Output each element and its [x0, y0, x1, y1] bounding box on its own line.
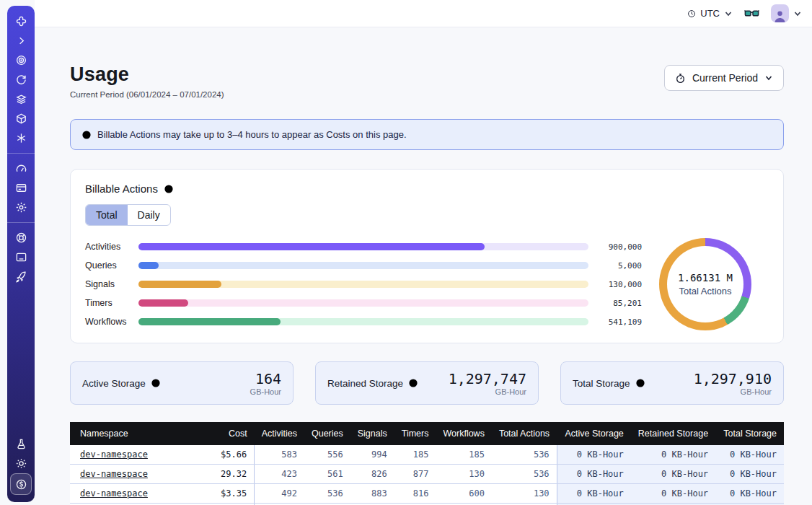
release-notes-icon[interactable] [10, 247, 32, 267]
metric-cell: 816 [394, 484, 436, 504]
table-row: dev-namespace29.324235618268771305360 KB… [70, 465, 784, 484]
namespace-link[interactable]: dev-namespace [80, 469, 148, 479]
namespace-cell: dev-namespace [70, 445, 206, 465]
bar-value: 900,000 [597, 242, 642, 252]
bar-row-queries: Queries5,000 [85, 256, 642, 275]
metric-cell: 994 [350, 445, 394, 465]
tab-daily[interactable]: Daily [128, 205, 170, 225]
column-header-total-storage: Total Storage [715, 422, 784, 445]
table-header-row: NamespaceCostActivitiesQueriesSignalsTim… [70, 422, 784, 445]
schedules-icon[interactable] [10, 70, 32, 89]
sidebar-nav [7, 6, 35, 502]
theme-toggle-icon[interactable] [10, 454, 32, 473]
labs-icon[interactable] [10, 434, 32, 454]
bar-row-timers: Timers85,201 [85, 294, 642, 312]
total-storage-value: 1,297,910 [694, 371, 772, 387]
deployments-icon[interactable] [10, 109, 32, 128]
settings-icon[interactable] [10, 198, 32, 217]
cost-cell: $3.35 [206, 484, 255, 504]
metric-cell: 185 [436, 445, 491, 465]
info-icon[interactable] [164, 184, 174, 194]
column-header-activities: Activities [255, 422, 304, 445]
bar-label: Activities [85, 242, 138, 252]
retained-storage-label: Retained Storage [327, 378, 403, 389]
metric-cell: 130 [436, 465, 491, 484]
storage-cell: 0 KB-Hour [631, 445, 715, 465]
bar-label: Queries [85, 260, 138, 271]
column-header-total-actions: Total Actions [492, 422, 557, 445]
billing-icon[interactable] [10, 178, 32, 198]
bar-row-activities: Activities900,000 [85, 237, 642, 256]
bar-fill [138, 318, 281, 325]
storage-cell: 0 KB-Hour [715, 465, 784, 484]
sidebar-divider [7, 153, 35, 154]
bar-label: Timers [85, 298, 138, 308]
support-icon[interactable] [10, 228, 32, 247]
bar-track [138, 299, 588, 307]
bar-fill [138, 281, 221, 288]
billable-actions-bar-chart: Activities900,000Queries5,000Signals130,… [85, 237, 642, 331]
active-storage-unit: GB-Hour [250, 387, 281, 396]
info-banner: Billable Actions may take up to 3–4 hour… [70, 119, 784, 150]
bar-row-workflows: Workflows541,109 [85, 312, 642, 331]
bar-track [138, 318, 588, 325]
bar-value: 541,109 [597, 317, 642, 327]
namespace-link[interactable]: dev-namespace [80, 488, 148, 499]
info-icon[interactable] [151, 378, 161, 388]
retained-storage-value: 1,297,747 [449, 371, 526, 387]
period-dropdown-button[interactable]: Current Period [664, 65, 784, 91]
info-icon[interactable] [635, 378, 645, 388]
bar-fill [138, 262, 159, 269]
collapse-sidebar-icon[interactable] [10, 31, 32, 50]
table-row: dev-namespace$3.354925368838166001300 KB… [70, 484, 784, 504]
total-actions-cell: 536 [492, 465, 557, 484]
nexus-icon[interactable] [10, 128, 32, 148]
info-banner-text: Billable Actions may take up to 3–4 hour… [97, 129, 407, 140]
storage-cell: 0 KB-Hour [557, 484, 631, 504]
metric-cell: 561 [304, 465, 350, 484]
user-menu[interactable] [771, 4, 802, 22]
bar-label: Workflows [85, 317, 138, 327]
topbar: UTC [35, 0, 812, 27]
billable-actions-title: Billable Actions [85, 183, 158, 195]
storage-cell: 0 KB-Hour [715, 484, 784, 504]
timezone-selector[interactable]: UTC [687, 8, 733, 19]
timezone-label: UTC [700, 8, 720, 19]
total-actions-donut-chart: 1.66131 M Total Actions [659, 238, 751, 330]
tab-total[interactable]: Total [86, 205, 128, 225]
getting-started-icon[interactable] [10, 267, 32, 286]
sidebar-divider [7, 222, 35, 223]
workflows-icon[interactable] [10, 50, 32, 70]
usage-icon[interactable] [10, 159, 32, 178]
storage-cell: 0 KB-Hour [631, 465, 715, 484]
donut-total-value: 1.66131 M [678, 272, 733, 284]
total-actions-cell: 536 [492, 445, 557, 465]
billable-actions-card: Billable Actions Total Daily Activities9… [70, 169, 784, 343]
total-daily-toggle: Total Daily [85, 204, 171, 226]
namespaces-icon[interactable] [10, 89, 32, 109]
bar-value: 5,000 [597, 261, 642, 271]
column-header-queries: Queries [304, 422, 350, 445]
active-storage-card: Active Storage 164 GB-Hour [70, 361, 294, 405]
total-storage-unit: GB-Hour [694, 387, 772, 396]
temporal-logo-icon[interactable] [10, 12, 32, 31]
namespace-cell: dev-namespace [70, 465, 206, 484]
column-header-cost: Cost [206, 422, 255, 445]
namespace-usage-table: NamespaceCostActivitiesQueriesSignalsTim… [70, 422, 784, 505]
column-header-namespace: Namespace [70, 422, 206, 445]
bar-fill [138, 243, 485, 250]
bar-fill [138, 299, 188, 307]
total-actions-cell: 130 [492, 484, 557, 504]
info-icon[interactable] [408, 378, 418, 388]
column-header-signals: Signals [350, 422, 394, 445]
cost-icon[interactable] [10, 473, 32, 495]
bar-track [138, 262, 588, 269]
active-storage-label: Active Storage [82, 378, 146, 389]
chevron-down-icon [764, 74, 773, 82]
avatar [771, 4, 789, 22]
retained-storage-unit: GB-Hour [449, 387, 526, 396]
donut-total-label: Total Actions [679, 286, 732, 297]
namespace-link[interactable]: dev-namespace [80, 449, 148, 460]
metric-cell: 185 [394, 445, 436, 465]
glasses-icon[interactable] [744, 9, 759, 19]
